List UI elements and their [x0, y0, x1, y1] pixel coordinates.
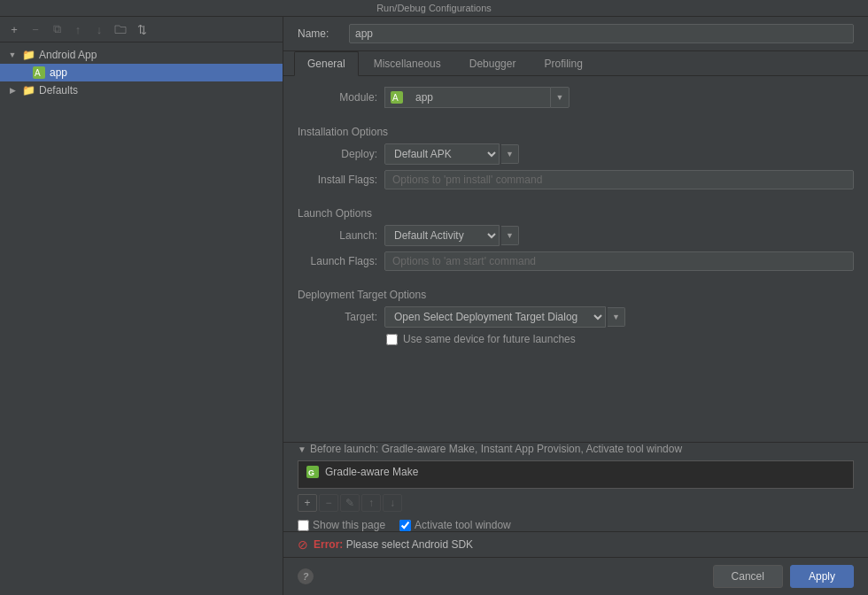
add-config-button[interactable]: +: [5, 20, 23, 38]
sidebar-tree: ▼ 📁 Android App A app ▶ 📁 Defaults: [0, 42, 283, 595]
show-page-checkbox[interactable]: [298, 520, 309, 531]
target-label: Target:: [298, 311, 377, 323]
same-device-checkbox[interactable]: [386, 334, 398, 345]
before-launch-toolbar: + − ✎ ↑ ↓: [298, 494, 854, 512]
show-page-row: Show this page: [298, 519, 385, 531]
activate-row: Activate tool window: [399, 519, 511, 531]
target-dropdown-btn[interactable]: ▼: [608, 307, 625, 327]
help-icon[interactable]: ?: [298, 568, 314, 584]
deploy-select[interactable]: Default APK: [384, 143, 500, 165]
target-select-wrap: Open Select Deployment Target Dialog ▼: [384, 306, 625, 328]
error-text: Error: Please select Android SDK: [314, 538, 473, 551]
install-flags-input[interactable]: [384, 170, 854, 189]
deploy-row: Deploy: Default APK ▼: [298, 143, 854, 165]
remove-config-button[interactable]: −: [27, 20, 44, 38]
error-icon: ⊘: [298, 537, 308, 552]
bottom-left: ?: [298, 568, 706, 584]
tree-item-app[interactable]: A app: [0, 64, 283, 81]
installation-options-section: Installation Options Deploy: Default APK…: [298, 126, 854, 195]
error-message: Please select Android SDK: [346, 538, 473, 551]
launch-select[interactable]: Default Activity: [384, 225, 500, 246]
tree-arrow-android-app: ▼: [7, 50, 18, 60]
target-select[interactable]: Open Select Deployment Target Dialog: [384, 306, 606, 328]
activate-tool-label: Activate tool window: [415, 519, 511, 531]
module-value: app: [408, 87, 550, 108]
title-text: Run/Debug Configurations: [376, 3, 492, 13]
before-launch-section: ▼ Before launch: Gradle-aware Make, Inst…: [283, 442, 868, 531]
launch-flags-row: Launch Flags:: [298, 251, 854, 271]
gradle-icon: G: [306, 465, 320, 479]
sort-config-button[interactable]: ⇅: [133, 20, 151, 38]
tab-miscellaneous[interactable]: Miscellaneous: [360, 51, 454, 75]
gradle-make-label: Gradle-aware Make: [325, 466, 418, 478]
tree-item-android-app[interactable]: ▼ 📁 Android App: [0, 46, 283, 64]
launch-flags-label: Launch Flags:: [298, 255, 377, 267]
module-row: Module: A app ▼: [298, 87, 854, 108]
tree-arrow-app: [18, 67, 28, 78]
android-app-icon: A: [32, 66, 46, 80]
move-down-config-button[interactable]: ↓: [90, 20, 108, 38]
module-select-wrap: A app ▼: [384, 87, 570, 108]
apply-button[interactable]: Apply: [790, 565, 854, 588]
install-flags-label: Install Flags:: [298, 174, 377, 186]
deployment-target-section: Deployment Target Options Target: Open S…: [298, 289, 854, 345]
module-label: Module:: [298, 91, 377, 104]
content-area: Module: A app ▼ Installation Options Dep…: [283, 76, 868, 442]
defaults-folder-icon: 📁: [21, 83, 35, 97]
installation-options-title: Installation Options: [298, 126, 854, 138]
title-bar: Run/Debug Configurations: [0, 0, 868, 17]
launch-row: Launch: Default Activity ▼: [298, 225, 854, 246]
svg-text:A: A: [35, 68, 41, 78]
tree-label-app: app: [50, 66, 67, 79]
deploy-select-wrap: Default APK ▼: [384, 143, 519, 165]
target-row: Target: Open Select Deployment Target Di…: [298, 306, 854, 328]
tree-item-defaults[interactable]: ▶ 📁 Defaults: [0, 81, 283, 99]
bl-move-up-button[interactable]: ↑: [361, 494, 381, 512]
activate-tool-checkbox[interactable]: [399, 520, 411, 531]
before-launch-header[interactable]: ▼ Before launch: Gradle-aware Make, Inst…: [298, 443, 854, 455]
before-launch-list: G Gradle-aware Make: [298, 460, 854, 489]
sidebar: + − ⧉ ↑ ↓ ⇅ ▼ 📁 Android App A ap: [0, 17, 283, 595]
bottom-bar: ? Cancel Apply: [283, 557, 868, 595]
deploy-dropdown-btn[interactable]: ▼: [501, 144, 519, 164]
error-bar: ⊘ Error: Please select Android SDK: [283, 531, 868, 557]
svg-text:G: G: [308, 468, 314, 477]
error-prefix: Error:: [314, 538, 343, 551]
folder-icon: 📁: [21, 48, 35, 62]
main-container: + − ⧉ ↑ ↓ ⇅ ▼ 📁 Android App A ap: [0, 17, 868, 595]
same-device-row: Use same device for future launches: [386, 333, 854, 345]
tab-profiling[interactable]: Profiling: [531, 51, 595, 75]
right-panel: Name: General Miscellaneous Debugger Pro…: [283, 17, 868, 595]
launch-label: Launch:: [298, 229, 377, 242]
tabs-bar: General Miscellaneous Debugger Profiling: [283, 51, 868, 76]
spacer: [298, 358, 854, 431]
module-dropdown-btn[interactable]: ▼: [550, 87, 570, 108]
launch-flags-input[interactable]: [384, 251, 854, 271]
show-page-label: Show this page: [313, 519, 385, 531]
copy-config-button[interactable]: ⧉: [48, 20, 66, 38]
launch-options-section: Launch Options Launch: Default Activity …: [298, 207, 854, 276]
bl-edit-button[interactable]: ✎: [340, 494, 360, 512]
svg-text:A: A: [392, 93, 399, 103]
before-launch-arrow: ▼: [298, 444, 306, 454]
before-launch-footer: Show this page Activate tool window: [298, 519, 854, 531]
folder-config-button[interactable]: [112, 20, 129, 38]
launch-options-title: Launch Options: [298, 207, 854, 220]
bl-move-down-button[interactable]: ↓: [383, 494, 402, 512]
tab-general[interactable]: General: [294, 51, 359, 76]
bl-add-button[interactable]: +: [298, 494, 317, 512]
deployment-target-title: Deployment Target Options: [298, 289, 854, 301]
name-row: Name:: [283, 17, 868, 51]
launch-select-wrap: Default Activity ▼: [384, 225, 519, 246]
tree-label-android-app: Android App: [39, 49, 97, 61]
name-input[interactable]: [349, 24, 854, 43]
bl-remove-button[interactable]: −: [319, 494, 338, 512]
tab-debugger[interactable]: Debugger: [456, 51, 530, 75]
before-launch-title: Before launch: Gradle-aware Make, Instan…: [310, 443, 682, 455]
tree-label-defaults: Defaults: [39, 84, 78, 97]
name-label: Name:: [298, 27, 342, 40]
move-up-config-button[interactable]: ↑: [69, 20, 87, 38]
cancel-button[interactable]: Cancel: [713, 565, 783, 588]
same-device-label: Use same device for future launches: [403, 333, 576, 345]
launch-dropdown-btn[interactable]: ▼: [501, 226, 519, 245]
